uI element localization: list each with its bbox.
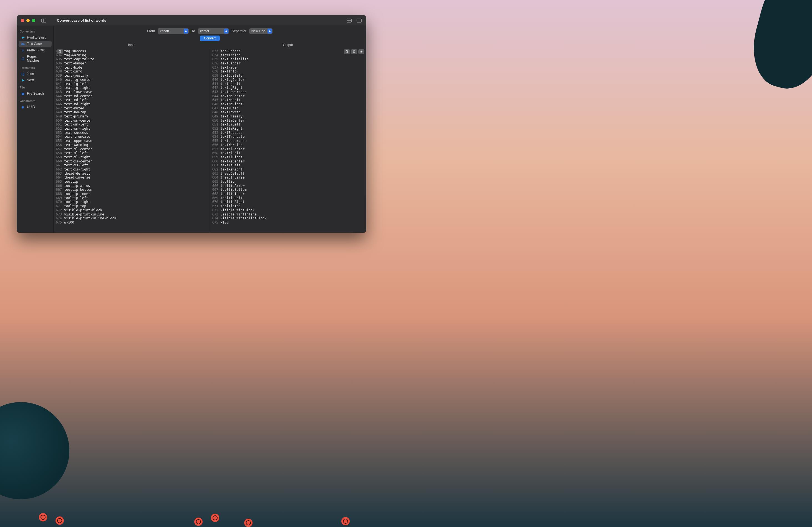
separator-select-value: New Line [251, 29, 265, 33]
line-number: 674 [210, 216, 220, 220]
code-line: 641textLgLeft [210, 82, 366, 86]
line-text: tooltipBottom [220, 188, 247, 192]
line-number: 669 [210, 196, 220, 200]
window-zoom-button[interactable] [32, 19, 35, 22]
line-number: 653 [54, 131, 63, 135]
print-button[interactable] [351, 49, 357, 54]
line-text: visible-print-inline-block [63, 216, 116, 220]
code-line: 655text-uppercase [54, 139, 210, 143]
line-number: 665 [210, 180, 220, 184]
line-number: 645 [54, 98, 63, 102]
sidebar-item-swift[interactable]: 🐦Swift [18, 77, 52, 83]
line-number: 633 [210, 49, 220, 53]
line-text: tooltip [63, 180, 78, 184]
line-text: tooltipTop [220, 204, 241, 208]
toggle-sidebar-icon[interactable] [41, 19, 46, 23]
copy-button[interactable] [344, 49, 350, 54]
line-number: 661 [210, 163, 220, 168]
sidebar-item-file-search[interactable]: ▤File Search [18, 90, 52, 97]
code-line: 672visible-print-block [54, 208, 210, 212]
line-number: 636 [54, 61, 63, 66]
line-text: text-success [63, 131, 88, 135]
window-minimize-button[interactable] [26, 19, 30, 22]
code-line: 634tag-warning [54, 53, 210, 57]
line-text: textCapitalize [220, 57, 249, 61]
line-text: tooltipInner [220, 192, 245, 196]
sidebar-item-json[interactable]: {,}Json [18, 71, 52, 77]
line-text: text-primary [63, 114, 88, 118]
sidebar-item-html-to-swift[interactable]: 🐦Html to Swift [18, 34, 52, 41]
line-number: 637 [210, 66, 220, 70]
separator-select[interactable]: New Line [249, 28, 273, 34]
sidebar-item-label: File Search [27, 91, 44, 96]
convert-button[interactable]: Convert [200, 35, 220, 41]
line-text: theadDefault [220, 172, 245, 176]
line-number: 644 [54, 94, 63, 98]
sparkle-icon [360, 50, 363, 53]
window-close-button[interactable] [21, 19, 24, 22]
code-line: 639text-justify [54, 74, 210, 78]
line-number: 665 [54, 180, 63, 184]
line-text: textTruncate [220, 135, 245, 139]
line-number: 673 [54, 212, 63, 217]
line-text: text-nowrap [63, 110, 86, 114]
code-line: 651textSmLeft [210, 123, 366, 127]
line-number: 654 [54, 135, 63, 139]
layout-toggle-b-button[interactable] [357, 19, 362, 23]
line-number: 646 [210, 102, 220, 106]
line-number: 653 [210, 131, 220, 135]
paste-button[interactable] [57, 49, 63, 54]
code-line: 657text-xl-center [54, 147, 210, 151]
code-line: 661text-xs-left [54, 163, 210, 168]
line-text: tag-warning [63, 53, 86, 57]
layout-toggle-a-button[interactable] [347, 19, 352, 23]
line-number: 672 [210, 208, 220, 212]
code-line: 648textNowrap [210, 110, 366, 114]
line-number: 649 [54, 114, 63, 118]
line-number: 662 [210, 168, 220, 172]
line-number: 647 [210, 106, 220, 111]
line-text: textWarning [220, 143, 243, 147]
sidebar-item-uuid[interactable]: ◉UUID [18, 104, 52, 110]
line-number: 635 [54, 57, 63, 61]
code-line: 658textXlLeft [210, 151, 366, 155]
output-pane[interactable]: 633tagSuccess634tagWarning635textCapital… [210, 48, 366, 233]
to-select-value: camel [200, 29, 209, 33]
sidebar-item-regex-matches[interactable]: (.)Regex Matches [18, 54, 52, 63]
sidebar-item-prefix-suffix[interactable]: ·|·Prefix Suffix [18, 47, 52, 53]
code-line: 652textSmRight [210, 127, 366, 131]
action-button[interactable] [358, 49, 364, 54]
line-text: tooltip-right [63, 200, 90, 204]
sidebar-item-label: Prefix Suffix [27, 48, 45, 52]
line-number: 635 [210, 57, 220, 61]
to-select[interactable]: camel [198, 28, 229, 34]
line-text: textLgLeft [220, 82, 241, 86]
line-text: textMdLeft [220, 98, 241, 102]
line-text: tagWarning [220, 53, 241, 57]
line-number: 671 [210, 204, 220, 208]
code-line: 660text-xs-center [54, 159, 210, 163]
line-text: textMdRight [220, 102, 243, 106]
input-editor[interactable]: 633tag-success634tag-warning635text-capi… [54, 48, 210, 233]
code-line: 663theadDefault [210, 172, 366, 176]
line-text: text-muted [63, 106, 84, 111]
line-number: 664 [54, 175, 63, 180]
code-line: 649text-primary [54, 114, 210, 118]
input-pane[interactable]: 633tag-success634tag-warning635text-capi… [54, 48, 210, 233]
from-select[interactable]: kebab [158, 28, 189, 34]
code-line: 670tooltipRight [210, 200, 366, 204]
sidebar-item-text-case[interactable]: AaText Case [18, 41, 52, 47]
line-number: 640 [210, 78, 220, 82]
line-number: 648 [54, 110, 63, 114]
code-line: 668tooltipInner [210, 192, 366, 196]
code-line: 658text-xl-left [54, 151, 210, 155]
code-line: 639textJustify [210, 74, 366, 78]
line-number: 674 [54, 216, 63, 220]
sidebar-section-title: Formatters [17, 64, 53, 71]
window-title: Convert case of list of words [54, 18, 347, 23]
code-line: 675w-100 [54, 220, 210, 225]
output-editor[interactable]: 633tagSuccess634tagWarning635textCapital… [210, 48, 366, 233]
line-text: tooltip-top [63, 204, 86, 208]
code-line: 649textPrimary [210, 114, 366, 118]
line-text: w-100 [63, 220, 74, 225]
